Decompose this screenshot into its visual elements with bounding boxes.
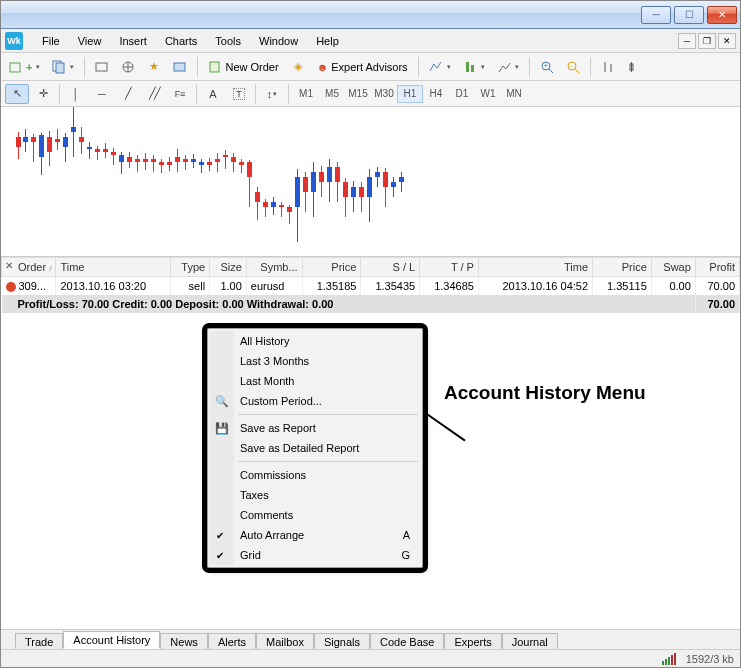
mdi-close-button[interactable]: ✕ — [718, 33, 736, 49]
column-header[interactable]: Type — [170, 258, 210, 277]
vertical-line-button[interactable]: │ — [64, 84, 88, 104]
tab-trade[interactable]: Trade — [15, 633, 63, 650]
close-button[interactable]: ✕ — [707, 6, 737, 24]
terminal-panel: ✕ Order /TimeTypeSizeSymb...PriceS / LT … — [1, 257, 740, 313]
tab-experts[interactable]: Experts — [444, 633, 501, 650]
market-watch-button[interactable] — [91, 56, 113, 78]
column-header[interactable]: Time — [56, 258, 170, 277]
column-header[interactable]: Profit — [695, 258, 739, 277]
expert-advisors-button[interactable]: ☻Expert Advisors — [313, 56, 412, 78]
check-icon: ✔ — [216, 530, 224, 541]
column-header[interactable]: Price — [302, 258, 361, 277]
menu-help[interactable]: Help — [307, 33, 348, 49]
terminal-button[interactable] — [169, 56, 191, 78]
column-header[interactable]: Price — [593, 258, 652, 277]
status-kb: 1592/3 kb — [686, 653, 734, 665]
timeframe-w1[interactable]: W1 — [475, 85, 501, 103]
menu-file[interactable]: File — [33, 33, 69, 49]
navigator-button[interactable] — [117, 56, 139, 78]
indicators-button[interactable]: ▾ — [425, 56, 455, 78]
menubar: Wk FileViewInsertChartsToolsWindowHelp ─… — [1, 29, 740, 53]
svg-rect-9 — [466, 62, 469, 72]
crosshair-button[interactable]: ✛ — [31, 84, 55, 104]
timeframe-h1[interactable]: H1 — [397, 85, 423, 103]
menu-view[interactable]: View — [69, 33, 111, 49]
channel-button[interactable]: ╱╱ — [142, 84, 166, 104]
tab-code-base[interactable]: Code Base — [370, 633, 444, 650]
menu-last-month[interactable]: Last Month — [210, 371, 420, 391]
menu-comments[interactable]: Comments — [210, 505, 420, 525]
menu-tools[interactable]: Tools — [206, 33, 250, 49]
trendline-button[interactable]: ╱ — [116, 84, 140, 104]
mdi-restore-button[interactable]: ❐ — [698, 33, 716, 49]
maximize-button[interactable]: ☐ — [674, 6, 704, 24]
timeframe-m30[interactable]: M30 — [371, 85, 397, 103]
candle-chart-button[interactable] — [623, 56, 645, 78]
tab-mailbox[interactable]: Mailbox — [256, 633, 314, 650]
new-order-button[interactable]: New Order — [204, 56, 282, 78]
new-chart-button[interactable]: +▾ — [5, 56, 44, 78]
menu-taxes[interactable]: Taxes — [210, 485, 420, 505]
minimize-button[interactable]: ─ — [641, 6, 671, 24]
menu-window[interactable]: Window — [250, 33, 307, 49]
chart-area[interactable] — [1, 107, 740, 257]
menu-charts[interactable]: Charts — [156, 33, 206, 49]
tab-journal[interactable]: Journal — [502, 633, 558, 650]
menu-auto-arrange[interactable]: ✔Auto ArrangeA — [210, 525, 420, 545]
menu-save-as-detailed-report[interactable]: Save as Detailed Report — [210, 438, 420, 458]
metaquotes-button[interactable]: ◈ — [287, 56, 309, 78]
menu-commissions[interactable]: Commissions — [210, 465, 420, 485]
profiles-button[interactable]: ▾ — [48, 56, 78, 78]
zoom-out-button[interactable]: - — [562, 56, 584, 78]
menu-save-as-report[interactable]: 💾Save as Report — [210, 418, 420, 438]
mdi-controls: ─ ❐ ✕ — [678, 33, 736, 49]
timeframe-m1[interactable]: M1 — [293, 85, 319, 103]
timeframe-d1[interactable]: D1 — [449, 85, 475, 103]
main-toolbar: +▾ ▾ ★ New Order ◈ ☻Expert Advisors ▾ ▾ … — [1, 53, 740, 81]
bar-chart-button[interactable] — [597, 56, 619, 78]
timeframe-m15[interactable]: M15 — [345, 85, 371, 103]
column-header[interactable]: Symb... — [246, 258, 302, 277]
close-panel-button[interactable]: ✕ — [3, 259, 15, 271]
summary-profit: 70.00 — [695, 295, 739, 313]
column-header[interactable]: Swap — [651, 258, 695, 277]
periodicity-button[interactable]: ▾ — [459, 56, 489, 78]
tab-signals[interactable]: Signals — [314, 633, 370, 650]
mdi-minimize-button[interactable]: ─ — [678, 33, 696, 49]
menu-custom-period[interactable]: 🔍Custom Period... — [210, 391, 420, 411]
cell-time: 2013.10.16 03:20 — [56, 277, 170, 296]
menu-all-history[interactable]: All History — [210, 331, 420, 351]
svg-rect-0 — [10, 63, 20, 72]
menu-grid[interactable]: ✔GridG — [210, 545, 420, 565]
cell-swap: 0.00 — [651, 277, 695, 296]
svg-rect-3 — [96, 63, 107, 71]
data-window-button[interactable]: ★ — [143, 56, 165, 78]
column-header[interactable]: S / L — [361, 258, 420, 277]
column-header[interactable]: Time — [478, 258, 592, 277]
arrows-button[interactable]: ↕▾ — [260, 84, 284, 104]
history-table: Order /TimeTypeSizeSymb...PriceS / LT / … — [1, 257, 740, 313]
templates-button[interactable]: ▾ — [493, 56, 523, 78]
menu-insert[interactable]: Insert — [110, 33, 156, 49]
table-row[interactable]: 309... 2013.10.16 03:20 sell 1.00 eurusd… — [2, 277, 740, 296]
app-icon: Wk — [5, 32, 23, 50]
tab-news[interactable]: News — [160, 633, 208, 650]
cell-time2: 2013.10.16 04:52 — [478, 277, 592, 296]
annotation-label: Account History Menu — [444, 382, 646, 404]
zoom-in-button[interactable]: + — [536, 56, 558, 78]
menu-last-3-months[interactable]: Last 3 Months — [210, 351, 420, 371]
timeframe-mn[interactable]: MN — [501, 85, 527, 103]
column-header[interactable]: T / P — [420, 258, 479, 277]
terminal-label: Terminal — [0, 585, 1, 627]
text-label-button[interactable]: T — [227, 84, 251, 104]
timeframe-h4[interactable]: H4 — [423, 85, 449, 103]
tab-alerts[interactable]: Alerts — [208, 633, 256, 650]
text-button[interactable]: A — [201, 84, 225, 104]
tab-account-history[interactable]: Account History — [63, 631, 160, 649]
cursor-button[interactable]: ↖ — [5, 84, 29, 104]
window-titlebar: ─ ☐ ✕ — [1, 1, 740, 29]
column-header[interactable]: Size — [210, 258, 247, 277]
fibonacci-button[interactable]: F≡ — [168, 84, 192, 104]
horizontal-line-button[interactable]: ─ — [90, 84, 114, 104]
timeframe-m5[interactable]: M5 — [319, 85, 345, 103]
